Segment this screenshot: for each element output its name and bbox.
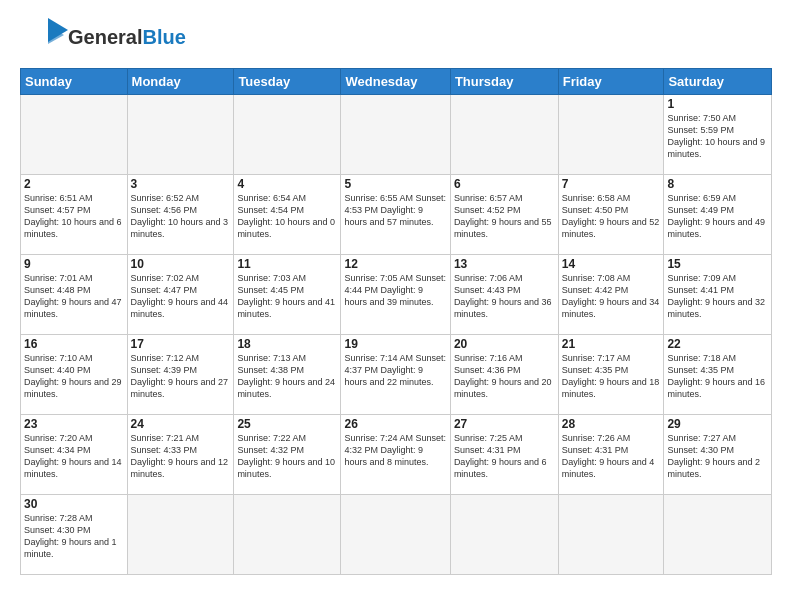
calendar-cell: 16Sunrise: 7:10 AM Sunset: 4:40 PM Dayli… <box>21 335 128 415</box>
day-number: 12 <box>344 257 446 271</box>
weekday-header-row: SundayMondayTuesdayWednesdayThursdayFrid… <box>21 69 772 95</box>
day-number: 24 <box>131 417 231 431</box>
calendar-cell <box>558 495 664 575</box>
day-info: Sunrise: 7:20 AM Sunset: 4:34 PM Dayligh… <box>24 432 124 481</box>
day-info: Sunrise: 6:52 AM Sunset: 4:56 PM Dayligh… <box>131 192 231 241</box>
day-info: Sunrise: 7:28 AM Sunset: 4:30 PM Dayligh… <box>24 512 124 561</box>
calendar-cell: 8Sunrise: 6:59 AM Sunset: 4:49 PM Daylig… <box>664 175 772 255</box>
day-info: Sunrise: 6:58 AM Sunset: 4:50 PM Dayligh… <box>562 192 661 241</box>
weekday-header-tuesday: Tuesday <box>234 69 341 95</box>
calendar-cell: 10Sunrise: 7:02 AM Sunset: 4:47 PM Dayli… <box>127 255 234 335</box>
calendar-week-2: 9Sunrise: 7:01 AM Sunset: 4:48 PM Daylig… <box>21 255 772 335</box>
calendar-cell: 1Sunrise: 7:50 AM Sunset: 5:59 PM Daylig… <box>664 95 772 175</box>
day-number: 17 <box>131 337 231 351</box>
calendar-week-1: 2Sunrise: 6:51 AM Sunset: 4:57 PM Daylig… <box>21 175 772 255</box>
calendar-cell <box>341 95 450 175</box>
day-number: 16 <box>24 337 124 351</box>
day-number: 23 <box>24 417 124 431</box>
calendar-cell <box>341 495 450 575</box>
day-info: Sunrise: 7:01 AM Sunset: 4:48 PM Dayligh… <box>24 272 124 321</box>
day-number: 25 <box>237 417 337 431</box>
calendar-week-4: 23Sunrise: 7:20 AM Sunset: 4:34 PM Dayli… <box>21 415 772 495</box>
calendar-cell: 25Sunrise: 7:22 AM Sunset: 4:32 PM Dayli… <box>234 415 341 495</box>
calendar-cell <box>450 495 558 575</box>
day-info: Sunrise: 7:14 AM Sunset: 4:37 PM Dayligh… <box>344 352 446 388</box>
calendar-cell: 23Sunrise: 7:20 AM Sunset: 4:34 PM Dayli… <box>21 415 128 495</box>
day-info: Sunrise: 7:06 AM Sunset: 4:43 PM Dayligh… <box>454 272 555 321</box>
day-number: 29 <box>667 417 768 431</box>
day-number: 30 <box>24 497 124 511</box>
weekday-header-thursday: Thursday <box>450 69 558 95</box>
day-number: 19 <box>344 337 446 351</box>
calendar-cell: 14Sunrise: 7:08 AM Sunset: 4:42 PM Dayli… <box>558 255 664 335</box>
header: GeneralBlue <box>20 16 772 58</box>
logo-blue-text: Blue <box>142 26 185 48</box>
calendar-cell: 12Sunrise: 7:05 AM Sunset: 4:44 PM Dayli… <box>341 255 450 335</box>
day-info: Sunrise: 7:27 AM Sunset: 4:30 PM Dayligh… <box>667 432 768 481</box>
weekday-header-wednesday: Wednesday <box>341 69 450 95</box>
day-number: 26 <box>344 417 446 431</box>
day-number: 10 <box>131 257 231 271</box>
weekday-header-saturday: Saturday <box>664 69 772 95</box>
calendar-cell <box>127 95 234 175</box>
day-number: 5 <box>344 177 446 191</box>
day-number: 3 <box>131 177 231 191</box>
calendar-cell: 22Sunrise: 7:18 AM Sunset: 4:35 PM Dayli… <box>664 335 772 415</box>
day-info: Sunrise: 7:26 AM Sunset: 4:31 PM Dayligh… <box>562 432 661 481</box>
day-info: Sunrise: 7:03 AM Sunset: 4:45 PM Dayligh… <box>237 272 337 321</box>
calendar-cell: 24Sunrise: 7:21 AM Sunset: 4:33 PM Dayli… <box>127 415 234 495</box>
day-number: 7 <box>562 177 661 191</box>
day-number: 20 <box>454 337 555 351</box>
day-info: Sunrise: 7:08 AM Sunset: 4:42 PM Dayligh… <box>562 272 661 321</box>
day-number: 11 <box>237 257 337 271</box>
day-info: Sunrise: 7:18 AM Sunset: 4:35 PM Dayligh… <box>667 352 768 401</box>
day-info: Sunrise: 7:22 AM Sunset: 4:32 PM Dayligh… <box>237 432 337 481</box>
day-info: Sunrise: 7:17 AM Sunset: 4:35 PM Dayligh… <box>562 352 661 401</box>
day-number: 9 <box>24 257 124 271</box>
day-info: Sunrise: 7:24 AM Sunset: 4:32 PM Dayligh… <box>344 432 446 468</box>
day-number: 22 <box>667 337 768 351</box>
day-info: Sunrise: 6:55 AM Sunset: 4:53 PM Dayligh… <box>344 192 446 228</box>
weekday-header-monday: Monday <box>127 69 234 95</box>
calendar-cell <box>234 95 341 175</box>
day-number: 28 <box>562 417 661 431</box>
calendar-cell: 29Sunrise: 7:27 AM Sunset: 4:30 PM Dayli… <box>664 415 772 495</box>
weekday-header-sunday: Sunday <box>21 69 128 95</box>
day-info: Sunrise: 6:59 AM Sunset: 4:49 PM Dayligh… <box>667 192 768 241</box>
day-info: Sunrise: 7:10 AM Sunset: 4:40 PM Dayligh… <box>24 352 124 401</box>
day-info: Sunrise: 6:51 AM Sunset: 4:57 PM Dayligh… <box>24 192 124 241</box>
day-info: Sunrise: 7:50 AM Sunset: 5:59 PM Dayligh… <box>667 112 768 161</box>
calendar-cell <box>127 495 234 575</box>
calendar-week-0: 1Sunrise: 7:50 AM Sunset: 5:59 PM Daylig… <box>21 95 772 175</box>
calendar-week-5: 30Sunrise: 7:28 AM Sunset: 4:30 PM Dayli… <box>21 495 772 575</box>
weekday-header-friday: Friday <box>558 69 664 95</box>
calendar-cell: 17Sunrise: 7:12 AM Sunset: 4:39 PM Dayli… <box>127 335 234 415</box>
day-number: 15 <box>667 257 768 271</box>
day-info: Sunrise: 7:25 AM Sunset: 4:31 PM Dayligh… <box>454 432 555 481</box>
calendar-table: SundayMondayTuesdayWednesdayThursdayFrid… <box>20 68 772 575</box>
calendar-cell: 3Sunrise: 6:52 AM Sunset: 4:56 PM Daylig… <box>127 175 234 255</box>
calendar-cell: 27Sunrise: 7:25 AM Sunset: 4:31 PM Dayli… <box>450 415 558 495</box>
calendar-cell: 26Sunrise: 7:24 AM Sunset: 4:32 PM Dayli… <box>341 415 450 495</box>
day-info: Sunrise: 7:12 AM Sunset: 4:39 PM Dayligh… <box>131 352 231 401</box>
day-number: 21 <box>562 337 661 351</box>
calendar-cell: 11Sunrise: 7:03 AM Sunset: 4:45 PM Dayli… <box>234 255 341 335</box>
day-info: Sunrise: 7:13 AM Sunset: 4:38 PM Dayligh… <box>237 352 337 401</box>
logo: GeneralBlue <box>20 16 186 58</box>
calendar-cell: 19Sunrise: 7:14 AM Sunset: 4:37 PM Dayli… <box>341 335 450 415</box>
calendar-cell: 13Sunrise: 7:06 AM Sunset: 4:43 PM Dayli… <box>450 255 558 335</box>
day-number: 6 <box>454 177 555 191</box>
calendar-cell: 5Sunrise: 6:55 AM Sunset: 4:53 PM Daylig… <box>341 175 450 255</box>
calendar-cell <box>234 495 341 575</box>
day-number: 27 <box>454 417 555 431</box>
day-info: Sunrise: 7:02 AM Sunset: 4:47 PM Dayligh… <box>131 272 231 321</box>
day-number: 4 <box>237 177 337 191</box>
calendar-cell: 28Sunrise: 7:26 AM Sunset: 4:31 PM Dayli… <box>558 415 664 495</box>
day-number: 2 <box>24 177 124 191</box>
day-info: Sunrise: 6:54 AM Sunset: 4:54 PM Dayligh… <box>237 192 337 241</box>
day-info: Sunrise: 7:16 AM Sunset: 4:36 PM Dayligh… <box>454 352 555 401</box>
day-number: 14 <box>562 257 661 271</box>
day-number: 18 <box>237 337 337 351</box>
calendar-week-3: 16Sunrise: 7:10 AM Sunset: 4:40 PM Dayli… <box>21 335 772 415</box>
day-info: Sunrise: 6:57 AM Sunset: 4:52 PM Dayligh… <box>454 192 555 241</box>
